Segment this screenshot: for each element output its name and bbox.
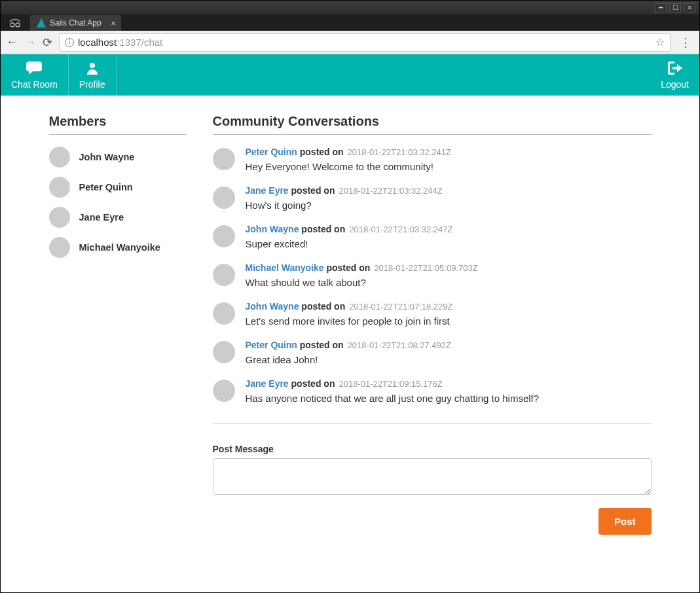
message-body: Jane Eyre posted on2018-01-22T21:09:15.1… <box>246 378 652 404</box>
message-header: John Wayne posted on2018-01-22T21:07:18.… <box>246 301 652 312</box>
member-item[interactable]: Jane Eyre <box>49 207 187 228</box>
message-header: Peter Quinn posted on2018-01-22T21:03:32… <box>246 147 652 157</box>
member-item[interactable]: Peter Quinn <box>49 177 187 198</box>
message-timestamp: 2018-01-22T21:03:32.247Z <box>349 225 452 234</box>
nav-chat-room[interactable]: Chat Room <box>1 54 69 96</box>
app-navbar: Chat Room Profile Logout <box>1 54 699 96</box>
post-button[interactable]: Post <box>599 508 652 535</box>
incognito-icon <box>9 18 22 29</box>
avatar <box>213 302 235 325</box>
url-host: localhost:1337/chat <box>78 37 162 48</box>
message-body: Jane Eyre posted on2018-01-22T21:03:32.2… <box>246 185 652 211</box>
message-author[interactable]: John Wayne <box>246 301 299 312</box>
site-info-icon[interactable]: i <box>65 38 74 47</box>
browser-tab[interactable]: Sails Chat App × <box>30 15 121 31</box>
message-item: Jane Eyre posted on2018-01-22T21:09:15.1… <box>213 378 652 404</box>
message-author[interactable]: Peter Quinn <box>246 340 297 350</box>
message-header: Michael Wanyoike posted on2018-01-22T21:… <box>246 262 652 273</box>
message-author[interactable]: Peter Quinn <box>246 147 297 157</box>
tab-close-icon[interactable]: × <box>111 18 116 28</box>
avatar <box>213 187 235 209</box>
message-timestamp: 2018-01-22T21:05:09.703Z <box>374 263 477 273</box>
user-icon <box>86 62 99 78</box>
back-button[interactable]: ← <box>6 35 18 49</box>
message-author[interactable]: Jane Eyre <box>246 378 289 389</box>
message-text: Let's send more invites for people to jo… <box>246 315 652 327</box>
avatar <box>213 264 235 286</box>
browser-toolbar: ← → ⟳ i localhost:1337/chat ☆ ⋮ <box>1 31 699 54</box>
message-header: Jane Eyre posted on2018-01-22T21:03:32.2… <box>246 185 652 196</box>
message-item: Peter Quinn posted on2018-01-22T21:08:27… <box>213 340 652 365</box>
message-item: John Wayne posted on2018-01-22T21:03:32.… <box>213 224 652 249</box>
chat-icon <box>26 62 42 78</box>
posted-on-label: posted on <box>299 301 345 312</box>
message-item: Peter Quinn posted on2018-01-22T21:03:32… <box>213 147 652 172</box>
message-body: Michael Wanyoike posted on2018-01-22T21:… <box>246 262 652 288</box>
post-row: Post <box>213 508 652 535</box>
message-text: Super excited! <box>246 238 652 249</box>
tab-title: Sails Chat App <box>50 18 101 27</box>
browser-tabstrip: Sails Chat App × <box>1 14 699 31</box>
message-author[interactable]: Jane Eyre <box>246 185 289 196</box>
message-text: How's it going? <box>246 200 652 211</box>
message-timestamp: 2018-01-22T21:03:32.241Z <box>348 147 451 157</box>
member-name: Peter Quinn <box>79 182 133 192</box>
message-item: John Wayne posted on2018-01-22T21:07:18.… <box>213 301 652 327</box>
conversation-heading: Community Conversations <box>213 114 652 135</box>
members-heading: Members <box>49 114 187 135</box>
os-window: ━ ☐ ✕ Sails Chat App × ← → ⟳ i localhost… <box>0 0 700 593</box>
avatar <box>213 380 235 402</box>
logout-icon <box>668 62 682 78</box>
posted-on-label: posted on <box>297 147 344 157</box>
bookmark-star-icon[interactable]: ☆ <box>655 36 665 48</box>
member-item[interactable]: John Wayne <box>49 147 187 168</box>
member-name: John Wayne <box>79 152 135 162</box>
message-item: Michael Wanyoike posted on2018-01-22T21:… <box>213 262 652 288</box>
window-maximize-button[interactable]: ☐ <box>669 3 681 12</box>
message-timestamp: 2018-01-22T21:07:18.229Z <box>349 302 452 312</box>
member-name: Michael Wanyoike <box>79 242 160 253</box>
window-minimize-button[interactable]: ━ <box>655 3 667 12</box>
reload-button[interactable]: ⟳ <box>43 35 52 50</box>
svg-point-0 <box>10 23 14 27</box>
nav-profile[interactable]: Profile <box>69 54 117 96</box>
message-timestamp: 2018-01-22T21:09:15.176Z <box>339 379 442 389</box>
conversation-section: Community Conversations Peter Quinn post… <box>213 114 652 535</box>
address-bar[interactable]: i localhost:1337/chat ☆ <box>59 33 671 52</box>
message-body: John Wayne posted on2018-01-22T21:03:32.… <box>246 224 652 249</box>
members-sidebar: Members John WaynePeter QuinnJane EyreMi… <box>49 114 187 535</box>
avatar <box>213 148 235 170</box>
message-input[interactable] <box>213 458 652 495</box>
avatar <box>49 147 70 168</box>
nav-logout[interactable]: Logout <box>650 54 699 96</box>
message-timestamp: 2018-01-22T21:08:27.492Z <box>348 340 451 350</box>
forward-button[interactable]: → <box>24 35 36 49</box>
browser-menu-icon[interactable]: ⋮ <box>677 35 694 50</box>
nav-spacer <box>117 54 651 96</box>
message-body: John Wayne posted on2018-01-22T21:07:18.… <box>246 301 652 327</box>
member-item[interactable]: Michael Wanyoike <box>49 237 187 258</box>
posted-on-label: posted on <box>324 262 371 273</box>
nav-label: Chat Room <box>11 79 58 90</box>
message-text: Hey Everyone! Welcome to the community! <box>246 161 652 172</box>
message-header: John Wayne posted on2018-01-22T21:03:32.… <box>246 224 652 234</box>
member-name: Jane Eyre <box>79 212 124 223</box>
avatar <box>213 225 235 247</box>
svg-point-1 <box>16 23 20 27</box>
svg-point-2 <box>90 63 95 68</box>
avatar <box>49 207 70 228</box>
window-close-button[interactable]: ✕ <box>684 3 695 12</box>
message-author[interactable]: Michael Wanyoike <box>246 262 324 273</box>
window-titlebar: ━ ☐ ✕ <box>1 1 699 14</box>
message-timestamp: 2018-01-22T21:03:32.244Z <box>339 186 442 196</box>
nav-label: Logout <box>661 79 689 90</box>
message-header: Jane Eyre posted on2018-01-22T21:09:15.1… <box>246 378 652 389</box>
posted-on-label: posted on <box>289 185 335 196</box>
message-list[interactable]: Peter Quinn posted on2018-01-22T21:03:32… <box>213 147 652 424</box>
nav-label: Profile <box>79 79 105 90</box>
message-body: Peter Quinn posted on2018-01-22T21:08:27… <box>246 340 652 365</box>
message-author[interactable]: John Wayne <box>246 224 299 234</box>
message-text: Has anyone noticed that we are all just … <box>246 393 652 404</box>
posted-on-label: posted on <box>289 378 335 389</box>
avatar <box>49 177 70 198</box>
